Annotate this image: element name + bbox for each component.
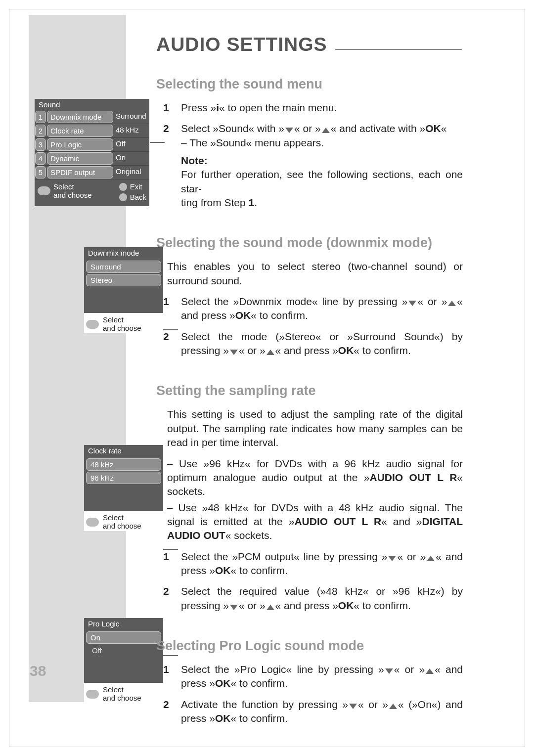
text: « to open the main menu. [219, 102, 337, 113]
sec3-bullet1: – Use »96 kHz« for DVDs with a 96 kHz au… [167, 457, 463, 499]
text: « and press » [275, 345, 338, 356]
step-number: 2 [163, 584, 169, 598]
down-arrow-icon [388, 556, 396, 561]
controller-icon [38, 186, 50, 195]
prologic-panel: Pro Logic On Off Select and choose [84, 618, 163, 703]
row-value: Surround [114, 110, 149, 124]
up-arrow-icon [427, 556, 435, 561]
sec2-steps: 1 Select the »Downmix mode« line by pres… [167, 295, 463, 357]
sec4-step2: 2 Activate the function by pressing »« o… [167, 698, 463, 726]
sec1-heading: Selecting the sound menu [156, 77, 463, 92]
page-title: AUDIO SETTINGS [156, 34, 462, 55]
text: Select the »Pro Logic« line by pressing … [181, 664, 384, 675]
up-arrow-icon [426, 668, 434, 674]
note-heading: Note: [181, 154, 463, 168]
text: Select »Sound« with » [181, 123, 284, 134]
down-arrow-icon [230, 350, 238, 355]
row-number: 4 [35, 152, 46, 165]
up-arrow-icon [322, 128, 330, 133]
sec2-intro: This enables you to select stereo (two-c… [167, 260, 463, 288]
andchoose-label: and choose [53, 191, 92, 199]
text: « or » [358, 699, 388, 710]
sound-row-1[interactable]: 1 Downmix mode Surround [35, 110, 149, 124]
downmix-opt-stereo[interactable]: Stereo [86, 274, 161, 286]
sec3-steps: 1 Select the »PCM output« line by pressi… [167, 550, 463, 613]
step-number: 1 [163, 101, 169, 115]
clockrate-title: Clock rate [84, 445, 163, 456]
text: « or » [294, 123, 321, 134]
row-value: 48 kHz [114, 124, 149, 137]
row-value: On [114, 152, 149, 165]
clockrate-opt-48[interactable]: 48 kHz [86, 458, 161, 471]
andchoose-label: and choose [103, 522, 141, 530]
text: . [254, 197, 257, 208]
sec3-heading: Setting the sampling rate [156, 383, 463, 399]
sec4-step1: 1 Select the »Pro Logic« line by pressin… [167, 663, 463, 691]
down-arrow-icon [230, 605, 238, 610]
text: AUDIO OUT L R [294, 516, 381, 527]
text: ting from Step [181, 197, 249, 208]
text: « sockets. [225, 530, 272, 541]
downmix-opt-surround[interactable]: Surround [86, 261, 161, 273]
row-name: SPDIF output [47, 166, 113, 178]
controller-icon [86, 690, 99, 699]
exit-label: Exit [130, 182, 142, 191]
row-name: Dynamic [47, 152, 113, 165]
ok-key: OK [215, 712, 231, 724]
row-name: Pro Logic [47, 138, 113, 151]
text: « [441, 123, 447, 134]
prologic-opt-off[interactable]: Off [86, 645, 161, 656]
step-number: 2 [163, 698, 169, 712]
text: « and » [381, 516, 422, 527]
andchoose-label: and choose [103, 694, 141, 702]
text: « to confirm. [230, 712, 288, 724]
select-label: Select [53, 182, 92, 191]
controller-icon [86, 320, 99, 329]
step-number: 1 [163, 663, 169, 676]
sec4-steps: 1 Select the »Pro Logic« line by pressin… [167, 663, 463, 725]
sound-row-5[interactable]: 5 SPDIF output Original [35, 166, 149, 179]
ok-key: OK [235, 310, 251, 321]
controller-icon [86, 518, 99, 527]
sec3-bullet2: – Use »48 kHz« for DVDs with a 48 kHz au… [167, 501, 463, 543]
sound-row-3[interactable]: 3 Pro Logic Off [35, 138, 149, 152]
step-number: 2 [163, 122, 169, 135]
andchoose-label: and choose [103, 324, 141, 332]
sec3-intro: This setting is used to adjust the sampl… [167, 407, 463, 449]
text: « or » [417, 296, 447, 307]
step-number: 1 [163, 295, 169, 309]
text: « or » [397, 551, 426, 562]
content: Selecting the sound menu 1 Press »i« to … [156, 77, 463, 732]
row-number: 2 [35, 125, 46, 137]
text: « or » [239, 345, 266, 356]
up-arrow-icon [267, 605, 274, 610]
downmix-title: Downmix mode [84, 247, 163, 259]
prologic-opt-on[interactable]: On [86, 631, 161, 644]
ok-key: OK [338, 345, 354, 356]
clockrate-opt-96[interactable]: 96 kHz [86, 472, 161, 484]
text: For further operation, see the following… [181, 169, 463, 194]
row-number: 5 [35, 166, 46, 178]
ok-key: OK [215, 565, 231, 576]
row-name: Clock rate [47, 125, 113, 137]
sound-row-2[interactable]: 2 Clock rate 48 kHz [35, 124, 149, 138]
sec3-step1: 1 Select the »PCM output« line by pressi… [167, 550, 463, 578]
down-arrow-icon [385, 668, 393, 674]
sound-menu-title: Sound [35, 99, 149, 110]
select-label: Select [103, 685, 124, 694]
text: « and press » [275, 600, 338, 611]
select-label: Select [103, 315, 124, 324]
text: « or » [394, 664, 425, 675]
down-arrow-icon [349, 704, 357, 709]
text: 1 [249, 197, 255, 208]
text: « to confirm. [251, 310, 308, 321]
sound-row-4[interactable]: 4 Dynamic On [35, 152, 149, 166]
text: Press » [181, 102, 216, 113]
row-value: Original [114, 166, 149, 179]
text: Activate the function by pressing » [181, 699, 348, 710]
ok-key: OK [338, 600, 354, 611]
note-text: For further operation, see the following… [181, 168, 463, 210]
prologic-title: Pro Logic [84, 618, 163, 629]
sec2-heading: Selecting the sound mode (downmix mode) [156, 235, 463, 251]
sec3-step2: 2 Select the required value (»48 kHz« or… [167, 584, 463, 613]
